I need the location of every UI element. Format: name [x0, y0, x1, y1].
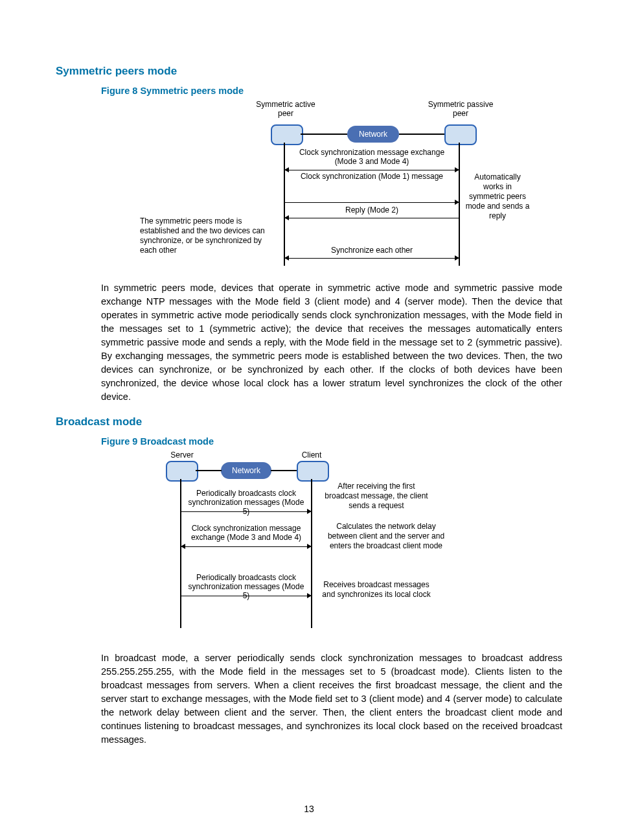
connector-line — [301, 134, 347, 135]
device-icon — [271, 124, 303, 145]
message-label: Clock synchronization message exchange (… — [289, 148, 455, 167]
lifeline — [180, 479, 181, 628]
device-icon — [166, 461, 198, 482]
network-cloud-icon: Network — [347, 126, 399, 143]
figure9-caption: Figure 9 Broadcast mode — [101, 436, 562, 447]
label-client: Client — [292, 450, 331, 460]
diagram-note: After receiving the first broadcast mess… — [321, 482, 431, 511]
message-label: Periodically broadcasts clock synchroniz… — [184, 574, 308, 600]
figure8-diagram: Symmetric active peer Symmetric passive … — [101, 100, 562, 268]
network-cloud-icon: Network — [221, 462, 271, 479]
diagram-note: Receives broadcast messages and synchron… — [321, 580, 431, 600]
document-page: Symmetric peers mode Figure 8 Symmetric … — [0, 0, 618, 840]
double-arrow-icon — [285, 170, 459, 170]
heading-broadcast-mode: Broadcast mode — [56, 415, 562, 428]
label-server: Server — [163, 450, 201, 460]
double-arrow-icon — [181, 546, 311, 547]
diagram-note: The symmetric peers mode is established … — [140, 216, 276, 255]
figure9-diagram: Server Client Network Periodically broad… — [101, 450, 562, 638]
connector-line — [271, 470, 297, 471]
double-arrow-icon — [285, 258, 459, 259]
diagram-note: Automatically works in symmetric peers m… — [465, 172, 530, 221]
device-icon — [444, 124, 477, 145]
figure8-caption: Figure 8 Symmetric peers mode — [101, 86, 562, 96]
left-arrow-icon — [285, 218, 459, 218]
diagram-note: Calculates the network delay between cli… — [321, 522, 451, 551]
message-label: Clock synchronization (Mode 1) message — [289, 172, 455, 181]
device-icon — [297, 461, 329, 482]
right-arrow-icon — [181, 596, 311, 596]
right-arrow-icon — [181, 511, 311, 512]
right-arrow-icon — [285, 202, 459, 203]
lifeline — [311, 479, 312, 628]
lifeline — [284, 143, 285, 266]
body-paragraph: In symmetric peers mode, devices that op… — [101, 281, 562, 404]
message-label: Synchronize each other — [289, 246, 455, 255]
connector-line — [399, 134, 444, 135]
body-paragraph: In broadcast mode, a server periodically… — [101, 651, 562, 747]
label-active-peer: Symmetric active peer — [250, 100, 321, 118]
heading-symmetric-peers: Symmetric peers mode — [56, 65, 562, 78]
label-passive-peer: Symmetric passive peer — [425, 100, 496, 118]
page-number: 13 — [0, 804, 618, 814]
message-label: Reply (Mode 2) — [289, 206, 455, 215]
connector-line — [196, 470, 222, 471]
message-label: Clock synchronization message exchange (… — [184, 524, 308, 542]
message-label: Periodically broadcasts clock synchroniz… — [184, 489, 308, 516]
